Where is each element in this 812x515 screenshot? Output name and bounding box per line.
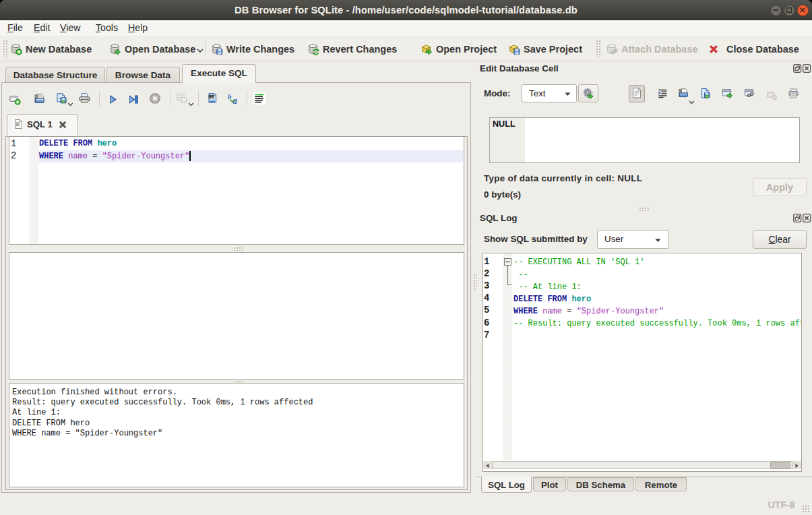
svg-text:b: b [228,92,232,100]
svg-text:a: a [232,96,237,105]
